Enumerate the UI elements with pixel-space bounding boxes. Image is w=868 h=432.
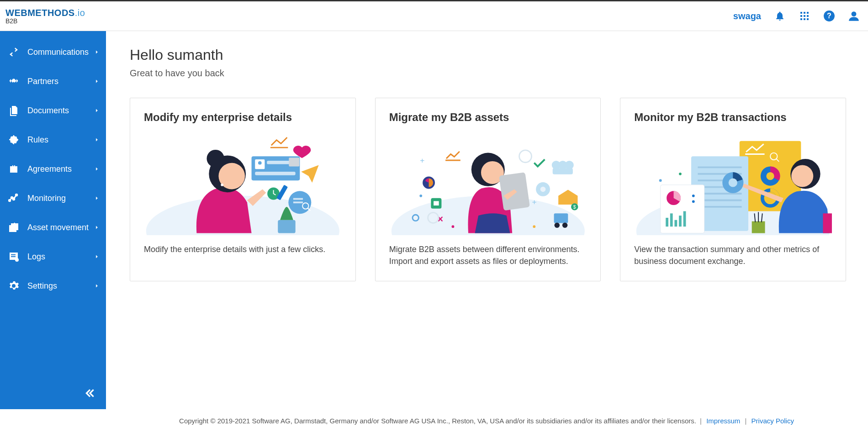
svg-rect-55: [552, 168, 572, 174]
profile-icon[interactable]: [848, 10, 860, 22]
shell: Communications Partners Documents: [0, 31, 868, 409]
gear-icon: [6, 280, 21, 291]
briefcase-icon: [6, 163, 21, 174]
svg-rect-33: [255, 172, 295, 175]
svg-point-72: [519, 150, 531, 163]
collapse-sidebar-icon[interactable]: [84, 387, 96, 401]
svg-point-66: [562, 222, 567, 228]
sidebar-item-asset-movement[interactable]: Asset movement: [0, 213, 106, 242]
main-content: Hello sumanth Great to have you back Mod…: [106, 31, 868, 409]
svg-rect-58: [539, 185, 541, 188]
svg-rect-97: [683, 211, 686, 227]
nav-label: Monitoring: [27, 194, 94, 203]
svg-rect-60: [539, 191, 541, 194]
log-icon: [6, 251, 21, 262]
svg-rect-106: [823, 213, 832, 233]
brand-text-main: WEBMETHODS: [5, 8, 75, 18]
greeting-title: Hello sumanth: [130, 47, 846, 63]
svg-rect-12: [13, 109, 16, 110]
header-actions: swaga ?: [733, 10, 860, 22]
sidebar: Communications Partners Documents: [0, 31, 106, 409]
card-illustration: × $ + +: [389, 130, 587, 235]
separator: |: [698, 417, 704, 425]
svg-rect-21: [11, 254, 16, 255]
sidebar-item-settings[interactable]: Settings: [0, 271, 106, 300]
svg-rect-8: [807, 18, 809, 20]
svg-point-15: [9, 200, 11, 201]
chart-icon: [6, 193, 21, 204]
svg-point-65: [554, 222, 560, 228]
apps-grid-icon[interactable]: [799, 10, 810, 22]
svg-rect-100: [752, 221, 765, 233]
svg-point-67: [419, 195, 422, 197]
svg-point-18: [16, 194, 17, 196]
sidebar-item-documents[interactable]: Documents: [0, 96, 106, 125]
svg-point-23: [15, 258, 19, 262]
move-icon: [6, 222, 21, 233]
sidebar-item-partners[interactable]: Partners: [0, 67, 106, 96]
svg-point-107: [679, 173, 682, 175]
help-icon[interactable]: ?: [823, 10, 835, 22]
brand[interactable]: WEBMETHODS.io B2B: [5, 8, 85, 25]
nav-label: Agreements: [27, 164, 94, 174]
svg-rect-64: [554, 213, 568, 223]
svg-point-11: [852, 11, 857, 16]
chevron-right-icon: [94, 223, 100, 232]
card-migrate-assets[interactable]: Migrate my B2B assets: [375, 98, 601, 281]
nav-label: Communications: [27, 47, 94, 57]
svg-rect-61: [545, 191, 547, 194]
chevron-right-icon: [94, 77, 100, 86]
chevron-right-icon: [94, 135, 100, 145]
svg-rect-13: [13, 111, 16, 112]
chevron-right-icon: [94, 106, 100, 116]
svg-rect-39: [293, 201, 303, 203]
footer-link-privacy[interactable]: Privacy Policy: [752, 417, 794, 425]
svg-rect-96: [679, 216, 682, 227]
svg-rect-38: [293, 198, 303, 200]
chevron-right-icon: [94, 194, 100, 203]
user-label[interactable]: swaga: [733, 11, 761, 21]
svg-rect-3: [800, 15, 802, 17]
svg-point-105: [792, 165, 814, 187]
svg-point-69: [533, 225, 535, 228]
sidebar-item-logs[interactable]: Logs: [0, 242, 106, 271]
card-illustration: [634, 130, 832, 235]
svg-point-27: [206, 150, 224, 167]
card-monitor-transactions[interactable]: Monitor my B2B transactions: [620, 98, 846, 281]
greeting-subtitle: Great to have you back: [130, 68, 846, 79]
footer: Copyright © 2019-2021 Software AG, Darms…: [106, 409, 868, 432]
svg-point-31: [258, 161, 262, 165]
sidebar-item-rules[interactable]: Rules: [0, 125, 106, 154]
document-icon: [6, 105, 21, 116]
footer-link-impressum[interactable]: Impressum: [706, 417, 740, 425]
svg-rect-42: [278, 220, 295, 233]
sidebar-item-monitoring[interactable]: Monitoring: [0, 184, 106, 213]
svg-point-79: [767, 172, 774, 180]
svg-rect-5: [807, 15, 809, 17]
target-icon: [6, 134, 21, 145]
sidebar-item-agreements[interactable]: Agreements: [0, 154, 106, 184]
nav-label: Logs: [27, 252, 94, 262]
svg-rect-93: [666, 218, 669, 227]
chevron-right-icon: [94, 252, 100, 262]
svg-rect-7: [804, 18, 805, 20]
sidebar-item-communications[interactable]: Communications: [0, 37, 106, 67]
svg-rect-59: [545, 185, 547, 188]
svg-rect-94: [670, 213, 673, 227]
card-description: Migrate B2B assets between different env…: [389, 243, 587, 267]
svg-point-90: [729, 178, 737, 187]
card-title: Modify my enterprise details: [144, 111, 342, 124]
cards-row: Modify my enterprise details: [130, 98, 846, 281]
svg-text:?: ?: [827, 11, 831, 20]
copyright-text: Copyright © 2019-2021 Software AG, Darms…: [179, 417, 696, 425]
svg-point-99: [692, 200, 695, 203]
bell-icon[interactable]: [774, 10, 786, 22]
card-title: Monitor my B2B transactions: [634, 111, 832, 124]
svg-point-54: [565, 161, 573, 169]
brand-text-suffix: .io: [75, 8, 85, 18]
svg-rect-2: [807, 12, 809, 14]
nav-label: Documents: [27, 106, 94, 116]
svg-rect-95: [675, 220, 677, 227]
nav-label: Partners: [27, 77, 94, 86]
card-modify-enterprise[interactable]: Modify my enterprise details: [130, 98, 356, 281]
